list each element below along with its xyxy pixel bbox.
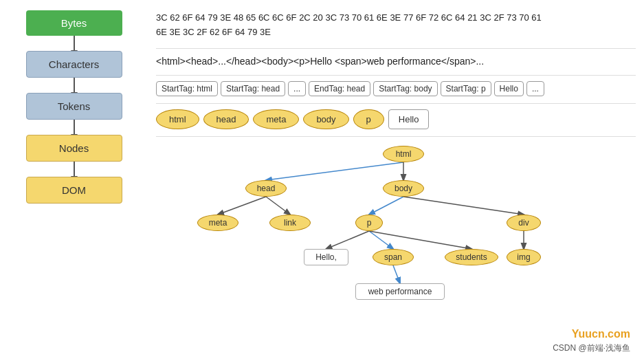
arrow-2 [74,78,75,93]
csdn-label: CSDN @前端·浅海鱼 [553,342,630,354]
dom-node-div: div [507,215,541,231]
bytes-box: Bytes [26,10,122,36]
tokens-row: StartTag: html StartTag: head ... EndTag… [156,76,636,104]
svg-line-2 [218,197,266,215]
bytes-text-2: 6E 3E 3C 2F 62 6F 64 79 3E [156,27,271,37]
node-body: body [303,109,348,129]
token-badge: StartTag: head [221,81,285,96]
left-panel: Bytes Characters Tokens Nodes DOM [0,0,148,361]
dom-tree: htmlbodyheadmetalinkpdivHello,spanstuden… [156,140,636,355]
nodes-box: Nodes [26,135,122,162]
token-badge: EndTag: head [309,81,370,96]
token-badge: ... [526,81,544,96]
dom-node-body: body [383,180,424,197]
bytes-text-1: 3C 62 6F 64 79 3E 48 65 6C 6C 6F 2C 20 3… [156,12,542,23]
dom-node-p: p [355,215,383,231]
dom-node-head: head [245,180,287,197]
right-panel: 3C 62 6F 64 79 3E 48 65 6C 6C 6F 2C 20 3… [148,0,644,361]
svg-line-5 [403,197,524,215]
svg-line-8 [369,231,471,249]
dom-node-webperf: web performance [355,283,445,300]
dom-node-span: span [373,249,414,265]
nodes-row: html head meta body p Hello [156,104,636,137]
dom-node-html: html [383,146,424,162]
token-badge: StartTag: html [156,81,218,96]
dom-node-link: link [269,215,311,231]
svg-line-4 [369,197,403,215]
dom-label: DOM [62,184,86,196]
token-badge: ... [288,81,306,96]
arrow-4 [74,162,75,177]
dom-node-meta: meta [197,215,238,231]
tokens-box: Tokens [26,93,122,120]
bytes-row: 3C 62 6F 64 79 3E 48 65 6C 6C 6F 2C 20 3… [156,6,636,49]
tokens-label: Tokens [58,100,91,112]
dom-node-students: students [445,249,498,265]
svg-line-3 [266,197,290,215]
node-html: html [156,109,199,129]
characters-text: <html><head>...</head><body><p>Hello <sp… [156,56,484,67]
main-container: Bytes Characters Tokens Nodes DOM 3C 62 … [0,0,644,361]
node-hello: Hello [388,109,430,129]
dom-box: DOM [26,177,122,204]
arrow-3 [74,120,75,135]
arrow-1 [74,36,75,51]
token-badge: StartTag: p [441,81,491,96]
node-meta: meta [253,109,299,129]
characters-row: <html><head>...</head><body><p>Hello <sp… [156,49,636,76]
svg-line-7 [369,231,393,249]
token-badge: Hello [494,81,524,96]
node-p: p [353,109,384,129]
bytes-label: Bytes [61,17,87,29]
tree-svg [156,140,636,355]
svg-line-6 [326,231,370,249]
characters-box: Characters [26,51,122,78]
characters-label: Characters [49,58,99,70]
dom-node-hello: Hello, [304,249,348,265]
watermark: Yuucn.com [572,328,630,340]
svg-line-0 [266,162,403,180]
token-badge: StartTag: body [373,81,437,96]
node-head: head [203,109,249,129]
dom-node-img: img [507,249,541,265]
svg-line-10 [393,265,400,283]
dom-row: htmlbodyheadmetalinkpdivHello,spanstuden… [156,137,636,355]
nodes-label: Nodes [59,142,89,154]
